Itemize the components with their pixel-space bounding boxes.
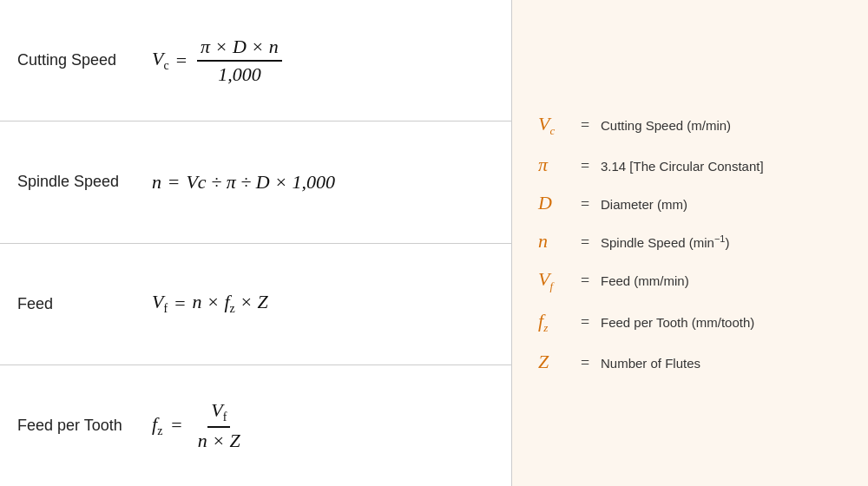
equals-1: = — [176, 49, 187, 72]
formula-spindle-speed: Spindle Speed n = Vc ÷ π ÷ D × 1,000 — [0, 122, 511, 243]
legend-d: D = Diameter (mm) — [538, 192, 842, 214]
legend-panel: Vc = Cutting Speed (m/min) π = 3.14 [The… — [512, 0, 868, 486]
spindle-formula: Vc ÷ π ÷ D × 1,000 — [186, 171, 335, 194]
math-feed-per-tooth: fz = Vf n × Z — [152, 399, 247, 452]
cutting-speed-lhs: Vc — [152, 48, 169, 73]
desc-n: Spindle Speed (min−1) — [601, 233, 729, 250]
formulas-panel: Cutting Speed Vc = π × D × n 1,000 Spind… — [0, 0, 512, 486]
numerator-cutting-speed: π × D × n — [197, 36, 282, 62]
desc-pi: 3.14 [The Circular Constant] — [601, 159, 764, 174]
eq-pi: = — [569, 157, 601, 175]
label-cutting-speed: Cutting Speed — [17, 51, 152, 69]
equals-feed: = — [174, 292, 185, 315]
math-feed: Vf = n × fz × Z — [152, 291, 268, 316]
sym-pi: π — [538, 154, 569, 176]
denominator-fpt: n × Z — [194, 428, 244, 452]
eq-vc: = — [569, 116, 601, 135]
sym-z: Z — [538, 351, 569, 373]
math-cutting-speed: Vc = π × D × n 1,000 — [152, 36, 286, 86]
legend-n: n = Spindle Speed (min−1) — [538, 230, 842, 253]
feed-vf: Vf — [152, 291, 168, 316]
spindle-n: n — [152, 171, 161, 194]
label-spindle-speed: Spindle Speed — [17, 173, 152, 191]
eq-vf: = — [569, 272, 601, 290]
sym-n: n — [538, 230, 569, 253]
desc-vf: Feed (mm/min) — [601, 273, 689, 288]
eq-d: = — [569, 195, 601, 213]
eq-z: = — [569, 354, 601, 372]
numerator-fpt: Vf — [207, 399, 230, 428]
legend-z: Z = Number of Flutes — [538, 351, 842, 373]
denominator-cutting-speed: 1,000 — [214, 62, 265, 86]
sym-vc: Vc — [538, 113, 569, 138]
legend-pi: π = 3.14 [The Circular Constant] — [538, 154, 842, 176]
formula-cutting-speed: Cutting Speed Vc = π × D × n 1,000 — [0, 0, 511, 122]
label-feed: Feed — [17, 295, 152, 313]
desc-fz: Feed per Tooth (mm/tooth) — [601, 315, 754, 330]
eq-fz: = — [569, 313, 601, 332]
fraction-fpt: Vf n × Z — [194, 399, 244, 452]
equals-fpt: = — [171, 414, 181, 437]
feed-formula: n × fz × Z — [193, 291, 268, 316]
legend-fz: fz = Feed per Tooth (mm/tooth) — [538, 310, 842, 335]
sym-vf: Vf — [538, 268, 569, 293]
eq-n: = — [569, 233, 601, 252]
formula-feed: Feed Vf = n × fz × Z — [0, 244, 511, 365]
label-feed-per-tooth: Feed per Tooth — [17, 417, 152, 435]
math-spindle-speed: n = Vc ÷ π ÷ D × 1,000 — [152, 171, 335, 194]
legend-vc: Vc = Cutting Speed (m/min) — [538, 113, 842, 138]
desc-vc: Cutting Speed (m/min) — [601, 118, 731, 133]
fpt-fz: fz — [152, 413, 162, 438]
equals-spindle: = — [168, 171, 179, 194]
sym-d: D — [538, 192, 569, 214]
fraction-cutting-speed: π × D × n 1,000 — [197, 36, 282, 86]
formula-feed-per-tooth: Feed per Tooth fz = Vf n × Z — [0, 365, 511, 486]
desc-z: Number of Flutes — [601, 356, 700, 371]
sym-fz: fz — [538, 310, 569, 335]
legend-vf: Vf = Feed (mm/min) — [538, 268, 842, 293]
desc-d: Diameter (mm) — [601, 197, 687, 212]
